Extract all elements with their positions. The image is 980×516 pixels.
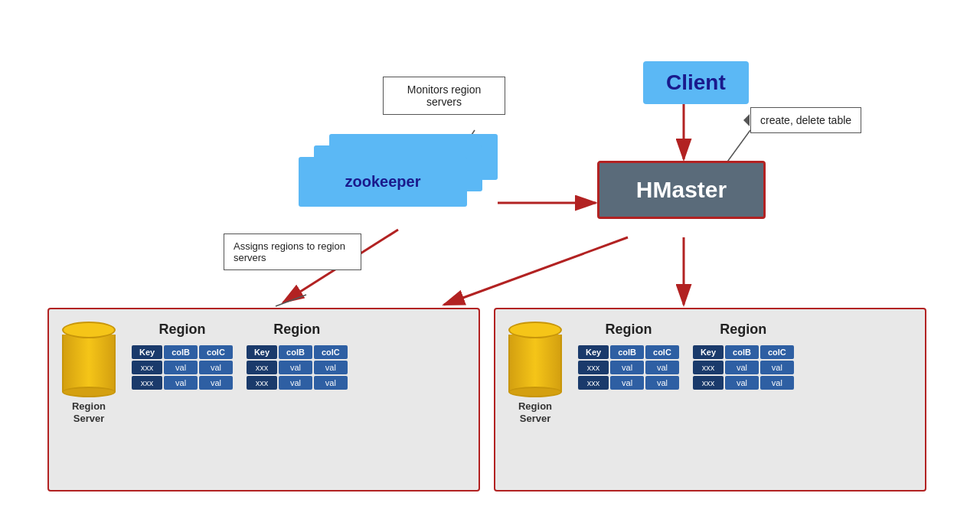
client-box: Client [643,61,749,104]
cell: val [164,376,198,390]
cell: val [314,376,348,390]
cell: val [164,361,198,374]
zookeeper-box-front: zookeeper [299,157,467,207]
col-header-colc: colC [314,345,348,359]
cylinder-body-left [62,335,116,392]
zookeeper-stack: keeper zookeeper [299,134,498,218]
cell: xxx [578,376,609,390]
region-server-container-right: RegionServer Region Key colB colC xxx va… [494,308,926,492]
region-server-icon-left: RegionServer [58,322,119,424]
region-title-right-1: Region [605,322,652,338]
col-header-colc: colC [199,345,233,359]
cell: val [645,376,679,390]
region-title-right-2: Region [720,322,766,338]
svg-line-4 [444,237,628,305]
region-table-right-1: Key colB colC xxx val val xxx val val [577,344,681,391]
cell: val [760,361,794,374]
callout-monitors-text: Monitors region servers [407,83,482,108]
cylinder-body-right [508,335,562,392]
cell: xxx [247,361,277,374]
col-header-colb: colB [725,345,759,359]
region-block-left-2: Region Key colB colC xxx val val [245,322,349,391]
cell: val [279,376,312,390]
cell: val [279,361,312,374]
cell: xxx [132,361,162,374]
region-server-container-left: RegionServer Region Key colB colC xxx va… [47,308,480,492]
cell: val [760,376,794,390]
cell: xxx [578,361,609,374]
cylinder-top-left [62,322,116,338]
region-table-right-2: Key colB colC xxx val val xxx val val [691,344,795,391]
callout-create-delete-text: create, delete table [760,114,851,126]
col-header-colb: colB [164,345,198,359]
region-server-label-left: RegionServer [72,400,106,424]
callout-create-delete: create, delete table [750,107,861,133]
cell: xxx [693,361,724,374]
region-server-label-right: RegionServer [518,400,552,424]
col-header-key: Key [578,345,609,359]
region-block-right-2: Region Key colB colC xxx val val [691,322,795,391]
cell: xxx [132,376,162,390]
cell: val [314,361,348,374]
region-title-left-1: Region [158,322,205,338]
hmaster-label: HMaster [636,177,727,202]
cell: xxx [693,376,724,390]
col-header-colc: colC [645,345,679,359]
region-title-left-2: Region [273,322,320,338]
cell: val [725,376,759,390]
hmaster-box: HMaster [597,161,766,219]
callout-assigns-text: Assigns regions to region servers [234,240,345,263]
col-header-key: Key [132,345,162,359]
region-table-left-1: Key colB colC xxx val val xxx val val [130,344,234,391]
zookeeper-label: zookeeper [345,173,421,191]
col-header-key: Key [693,345,724,359]
region-server-icon-right: RegionServer [505,322,566,424]
client-label: Client [666,70,726,94]
cell: val [610,361,644,374]
cell: val [199,361,233,374]
diagram-container: Client create, delete table Monitors reg… [0,0,980,516]
cell: val [610,376,644,390]
cell: val [199,376,233,390]
cell: val [645,361,679,374]
cylinder-bottom-left [62,387,116,397]
cell: xxx [247,376,277,390]
cylinder-bottom-right [508,387,562,397]
col-header-colb: colB [279,345,312,359]
col-header-key: Key [247,345,277,359]
col-header-colc: colC [760,345,794,359]
cell: val [725,361,759,374]
region-table-left-2: Key colB colC xxx val val xxx val val [245,344,349,391]
region-block-left-1: Region Key colB colC xxx val val [130,322,234,391]
callout-monitors: Monitors region servers [383,77,505,115]
cylinder-top-right [508,322,562,338]
svg-line-8 [276,295,306,306]
region-block-right-1: Region Key colB colC xxx val val [577,322,681,391]
callout-assigns: Assigns regions to region servers [224,234,361,270]
col-header-colb: colB [610,345,644,359]
